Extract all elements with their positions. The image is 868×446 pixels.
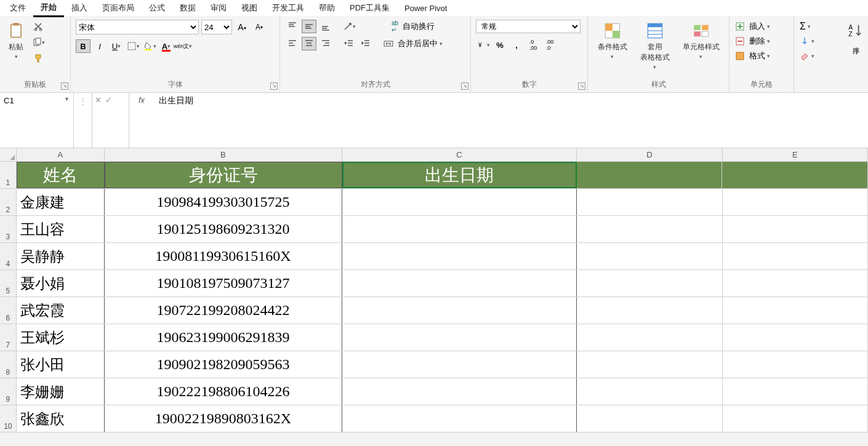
comma-button[interactable]: ,: [509, 38, 524, 52]
chevron-down-icon[interactable]: ▾: [63, 95, 71, 102]
wrap-text-button[interactable]: ab↵ 自动换行: [380, 20, 446, 33]
font-name-select[interactable]: 宋体: [76, 20, 199, 34]
cell-A10[interactable]: 张鑫欣: [17, 405, 105, 432]
cell-E10[interactable]: [723, 405, 869, 432]
align-right-button[interactable]: [318, 37, 333, 50]
fill-button[interactable]: ▾: [799, 34, 815, 48]
formula-bar-handle[interactable]: ⋮: [74, 93, 92, 148]
cell-D9[interactable]: [577, 378, 723, 405]
cell-A7[interactable]: 王斌杉: [17, 324, 105, 351]
dialog-launcher-icon[interactable]: ↘: [461, 82, 468, 90]
increase-indent-button[interactable]: [358, 37, 373, 50]
merge-center-button[interactable]: 合并后居中 ▾: [380, 37, 446, 50]
align-center-button[interactable]: [302, 37, 316, 50]
cell-D3[interactable]: [577, 216, 723, 242]
format-cells-button[interactable]: 格式▾: [734, 49, 771, 63]
column-header-A[interactable]: A: [17, 148, 105, 161]
insert-cells-button[interactable]: 插入▾: [734, 20, 771, 33]
column-header-E[interactable]: E: [723, 148, 868, 161]
align-left-button[interactable]: [285, 37, 300, 50]
select-all-corner[interactable]: [0, 148, 17, 161]
cell-D10[interactable]: [577, 405, 723, 432]
row-header[interactable]: 5: [0, 270, 17, 297]
cell-A6[interactable]: 武宏霞: [17, 297, 105, 324]
menu-item-9[interactable]: 帮助: [311, 0, 342, 16]
cell-C7[interactable]: [342, 324, 577, 351]
row-header[interactable]: 4: [0, 243, 17, 269]
cell-E1[interactable]: [722, 162, 868, 188]
font-size-select[interactable]: 24: [201, 20, 232, 34]
phonetic-button[interactable]: wén文▾: [175, 39, 190, 53]
cell-E5[interactable]: [723, 270, 869, 297]
orientation-button[interactable]: ▾: [342, 20, 356, 33]
column-header-B[interactable]: B: [105, 148, 342, 161]
cell-B9[interactable]: 190222198806104226: [105, 378, 342, 405]
cell-C10[interactable]: [342, 405, 577, 432]
cell-E3[interactable]: [723, 216, 869, 242]
menu-item-3[interactable]: 页面布局: [95, 0, 142, 16]
cancel-formula-button[interactable]: ✕: [95, 95, 102, 105]
cell-A1[interactable]: 姓名: [17, 162, 105, 188]
number-format-select[interactable]: 常规: [476, 20, 581, 33]
copy-button[interactable]: ▾: [31, 36, 46, 49]
percent-button[interactable]: %: [492, 38, 507, 52]
menu-item-8[interactable]: 开发工具: [265, 0, 311, 16]
row-header[interactable]: 2: [0, 189, 17, 215]
cut-button[interactable]: [31, 20, 46, 33]
cell-B6[interactable]: 190722199208024422: [105, 297, 342, 324]
row-header[interactable]: 8: [0, 351, 17, 378]
dialog-launcher-icon[interactable]: ↘: [61, 82, 68, 90]
autosum-button[interactable]: Σ▾: [799, 20, 811, 33]
menu-item-0[interactable]: 文件: [2, 0, 33, 16]
increase-font-button[interactable]: A▴: [235, 20, 249, 34]
paste-button[interactable]: 粘贴 ▾: [5, 20, 27, 61]
conditional-format-button[interactable]: 条件格式▾: [597, 20, 629, 61]
underline-button[interactable]: U▾: [109, 39, 124, 53]
cell-A4[interactable]: 吴静静: [17, 243, 105, 269]
cell-B10[interactable]: 19002219890803162X: [105, 405, 342, 432]
row-header[interactable]: 7: [0, 324, 17, 351]
align-middle-button[interactable]: [302, 20, 316, 33]
column-header-C[interactable]: C: [342, 148, 577, 161]
cell-A2[interactable]: 金康建: [17, 189, 105, 215]
cell-C9[interactable]: [342, 378, 577, 405]
bold-button[interactable]: B: [76, 39, 90, 53]
border-button[interactable]: ▾: [126, 39, 140, 53]
cell-E6[interactable]: [723, 297, 869, 324]
sort-filter-button[interactable]: AZ 排序: [845, 20, 867, 43]
increase-decimal-button[interactable]: .0.00: [526, 38, 540, 52]
menu-item-11[interactable]: Power Pivot: [397, 1, 454, 15]
cell-D5[interactable]: [577, 270, 723, 297]
cell-C1[interactable]: 出生日期: [342, 162, 577, 188]
cell-C8[interactable]: [342, 351, 577, 378]
cell-B1[interactable]: 身份证号: [105, 162, 342, 188]
cell-A5[interactable]: 聂小娟: [17, 270, 105, 297]
fx-icon[interactable]: fx: [129, 93, 154, 148]
cell-E9[interactable]: [723, 378, 869, 405]
cell-B4[interactable]: 19008119930615160X: [105, 243, 342, 269]
cell-styles-button[interactable]: 单元格样式▾: [681, 20, 721, 61]
cell-E7[interactable]: [723, 324, 869, 351]
cell-D7[interactable]: [577, 324, 723, 351]
delete-cells-button[interactable]: 删除▾: [734, 34, 771, 48]
cell-B7[interactable]: 190623199006291839: [105, 324, 342, 351]
currency-button[interactable]: ¥▾: [476, 38, 491, 52]
enter-formula-button[interactable]: ✓: [105, 95, 112, 105]
menu-item-1[interactable]: 开始: [33, 0, 64, 17]
row-header[interactable]: 1: [0, 162, 17, 188]
font-color-button[interactable]: A▾: [159, 39, 174, 53]
menu-item-4[interactable]: 公式: [142, 0, 172, 16]
cell-E4[interactable]: [723, 243, 869, 269]
format-painter-button[interactable]: [31, 52, 46, 65]
row-header[interactable]: 6: [0, 297, 17, 324]
menu-item-5[interactable]: 数据: [172, 0, 203, 16]
decrease-font-button[interactable]: A▾: [252, 20, 267, 34]
name-box-input[interactable]: [2, 95, 63, 106]
cell-C4[interactable]: [342, 243, 577, 269]
align-top-button[interactable]: [285, 20, 300, 33]
cell-D8[interactable]: [577, 351, 723, 378]
decrease-decimal-button[interactable]: .00.0: [542, 38, 557, 52]
row-header[interactable]: 9: [0, 378, 17, 405]
italic-button[interactable]: I: [92, 39, 107, 53]
cell-A8[interactable]: 张小田: [17, 351, 105, 378]
